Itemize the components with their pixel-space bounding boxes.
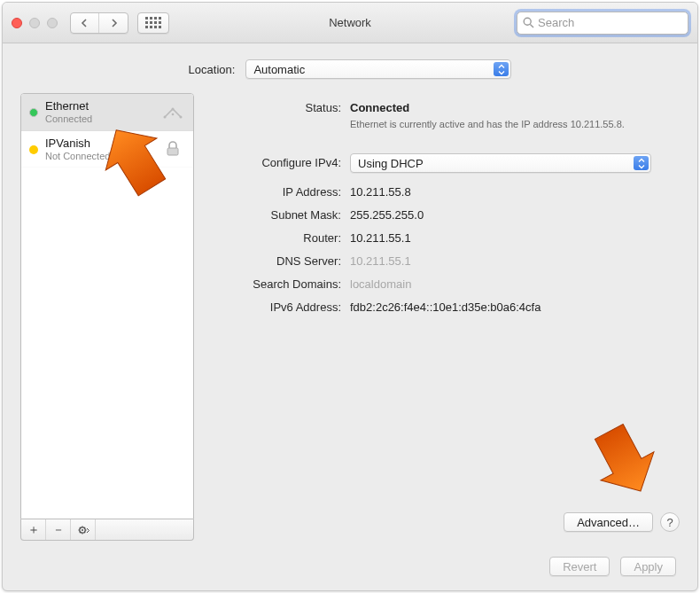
ipv6-label: IPv6 Address: bbox=[208, 298, 350, 314]
svg-line-14 bbox=[84, 532, 85, 533]
status-subtext: Ethernet is currently active and has the… bbox=[350, 118, 634, 131]
dns-label: DNS Server: bbox=[208, 252, 350, 268]
subnet-label: Subnet Mask: bbox=[208, 206, 350, 222]
configure-ipv4-select[interactable]: Using DHCP bbox=[350, 153, 651, 173]
svg-point-4 bbox=[180, 115, 183, 118]
search-placeholder: Search bbox=[538, 16, 574, 29]
sidebar: Ethernet Connected IPVanish Not Connecte… bbox=[20, 93, 194, 541]
location-label: Location: bbox=[189, 63, 236, 76]
dns-value: 10.211.55.1 bbox=[350, 252, 680, 268]
interface-actions-button[interactable] bbox=[71, 519, 96, 540]
forward-button[interactable] bbox=[99, 13, 128, 33]
status-dot-green bbox=[29, 108, 38, 117]
minimize-window-button[interactable] bbox=[29, 18, 40, 28]
svg-line-15 bbox=[79, 532, 80, 533]
ip-value: 10.211.55.8 bbox=[350, 183, 680, 199]
status-row: Status: Connected Ethernet is currently … bbox=[208, 98, 680, 131]
configure-value: Using DHCP bbox=[358, 157, 424, 170]
ipv6-value: fdb2:2c26:f4e4::10e1:d35e:b0a6:4cfa bbox=[350, 298, 680, 314]
nav-back-forward bbox=[70, 12, 128, 34]
revert-button[interactable]: Revert bbox=[549, 557, 610, 576]
lock-icon bbox=[160, 140, 185, 158]
window-controls bbox=[12, 18, 58, 28]
zoom-window-button[interactable] bbox=[47, 18, 58, 28]
status-value: Connected bbox=[350, 101, 409, 114]
sidebar-item-ethernet[interactable]: Ethernet Connected bbox=[21, 94, 193, 131]
svg-line-13 bbox=[79, 527, 80, 527]
sidebar-item-ipvanish[interactable]: IPVanish Not Connected bbox=[21, 131, 193, 168]
search-icon bbox=[523, 17, 534, 28]
router-value: 10.211.55.1 bbox=[350, 229, 680, 245]
ethernet-icon bbox=[160, 104, 185, 121]
status-label: Status: bbox=[208, 98, 350, 114]
search-input[interactable]: Search bbox=[517, 12, 688, 35]
chevron-right-icon bbox=[110, 19, 118, 27]
interface-list: Ethernet Connected IPVanish Not Connecte… bbox=[20, 93, 194, 519]
router-label: Router: bbox=[208, 229, 350, 245]
svg-line-16 bbox=[84, 527, 85, 527]
configure-label: Configure IPv4: bbox=[208, 153, 350, 169]
network-prefs-window: Network Search Location: Automatic Ether… bbox=[2, 2, 698, 591]
advanced-row: Advanced… ? bbox=[208, 505, 680, 541]
detail-panel: Status: Connected Ethernet is currently … bbox=[208, 93, 680, 541]
footer: Revert Apply bbox=[3, 551, 697, 590]
configure-row: Configure IPv4: Using DHCP bbox=[208, 153, 680, 173]
gear-icon bbox=[77, 524, 89, 536]
add-interface-button[interactable]: ＋ bbox=[21, 519, 46, 540]
status-dot-amber bbox=[29, 145, 38, 154]
ip-label: IP Address: bbox=[208, 183, 350, 199]
chevron-left-icon bbox=[81, 19, 89, 27]
svg-point-2 bbox=[172, 107, 175, 110]
grid-icon bbox=[145, 17, 161, 28]
close-window-button[interactable] bbox=[12, 18, 22, 28]
sidebar-item-name: IPVanish bbox=[45, 137, 110, 151]
chevron-updown-icon bbox=[494, 62, 509, 76]
location-row: Location: Automatic bbox=[3, 43, 697, 90]
apply-button[interactable]: Apply bbox=[620, 557, 676, 576]
svg-point-0 bbox=[524, 18, 531, 25]
svg-rect-6 bbox=[167, 148, 178, 155]
searchdom-value: localdomain bbox=[350, 275, 680, 291]
sidebar-item-name: Ethernet bbox=[45, 100, 92, 113]
svg-line-1 bbox=[530, 24, 533, 27]
svg-point-5 bbox=[172, 113, 175, 115]
sidebar-footer: ＋ － bbox=[20, 519, 194, 541]
titlebar: Network Search bbox=[3, 3, 697, 43]
sidebar-item-status: Connected bbox=[45, 113, 92, 125]
remove-interface-button[interactable]: － bbox=[46, 519, 71, 540]
subnet-value: 255.255.255.0 bbox=[350, 206, 680, 222]
show-all-button[interactable] bbox=[137, 12, 169, 34]
sidebar-item-status: Not Connected bbox=[45, 151, 110, 162]
location-value: Automatic bbox=[253, 63, 305, 76]
window-title: Network bbox=[329, 16, 371, 29]
help-button[interactable]: ? bbox=[660, 512, 680, 532]
svg-point-3 bbox=[164, 115, 167, 118]
searchdom-label: Search Domains: bbox=[208, 275, 350, 291]
body: Ethernet Connected IPVanish Not Connecte… bbox=[3, 90, 697, 551]
advanced-button[interactable]: Advanced… bbox=[564, 512, 653, 532]
svg-point-8 bbox=[82, 529, 83, 531]
location-select[interactable]: Automatic bbox=[245, 59, 511, 79]
chevron-updown-icon bbox=[634, 156, 649, 170]
back-button[interactable] bbox=[71, 13, 99, 33]
